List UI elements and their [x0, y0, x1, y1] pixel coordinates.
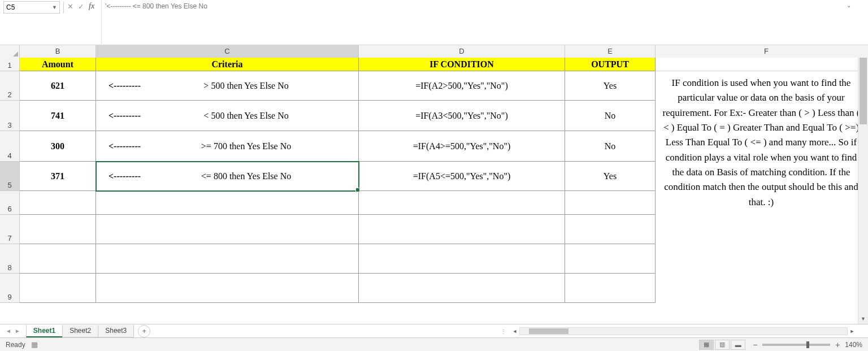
sheet-tab-sheet1[interactable]: Sheet1	[26, 325, 63, 337]
row-header-1[interactable]: 1	[0, 58, 19, 71]
cell-E1[interactable]: OUTPUT	[565, 58, 656, 71]
cell-C3[interactable]: <---------< 500 then Yes Else No	[96, 101, 359, 131]
row-header-8[interactable]: 8	[0, 244, 19, 274]
cell-C5[interactable]: <---------<= 800 then Yes Else No	[96, 162, 359, 191]
row-header-9[interactable]: 9	[0, 274, 19, 303]
formula-text: '<--------- <= 800 then Yes Else No	[105, 2, 207, 10]
cell-C7[interactable]	[96, 215, 359, 244]
cell-C4[interactable]: <--------->= 700 then Yes Else No	[96, 131, 359, 162]
cell-B3[interactable]: 741	[20, 101, 96, 131]
cell-B9[interactable]	[20, 274, 96, 303]
cell-E9[interactable]	[565, 274, 656, 303]
page-break-view-button[interactable]: ▬	[731, 340, 745, 350]
expand-formula-icon[interactable]: ⌄	[847, 2, 851, 8]
row-headers: 123456789	[0, 58, 20, 303]
cancel-formula-icon[interactable]: ✕	[67, 2, 73, 11]
cell-C8[interactable]	[96, 244, 359, 274]
sheet-tabs: Sheet1Sheet2Sheet3	[26, 325, 133, 337]
zoom-out-button[interactable]: −	[751, 340, 759, 349]
vertical-scrollbar[interactable]: ▲ ▼	[858, 45, 868, 324]
tab-prev-icon[interactable]: ◄	[6, 328, 11, 334]
scroll-down-icon[interactable]: ▼	[858, 314, 868, 324]
view-buttons: ▦ ▥ ▬	[699, 340, 745, 350]
row-header-7[interactable]: 7	[0, 215, 19, 244]
cell-B2[interactable]: 621	[20, 71, 96, 101]
vscroll-thumb[interactable]	[860, 57, 867, 124]
cell-B4[interactable]: 300	[20, 131, 96, 162]
chevron-down-icon[interactable]: ▼	[52, 5, 57, 10]
col-header-d[interactable]: D	[359, 45, 565, 58]
macro-record-icon[interactable]: ▦	[31, 340, 38, 349]
cell-B1[interactable]: Amount	[20, 58, 96, 71]
scroll-right-icon[interactable]: ►	[848, 328, 857, 334]
scroll-left-icon[interactable]: ◄	[510, 328, 519, 334]
sheet-tabs-bar: ◄ ► Sheet1Sheet2Sheet3 + ⋮ ◄ ►	[0, 324, 868, 337]
column-headers: B C D E F	[0, 45, 868, 58]
cell-B7[interactable]	[20, 215, 96, 244]
spreadsheet-grid: B C D E F 123456789 AmountCriteriaIF CON…	[0, 45, 868, 324]
row-header-4[interactable]: 4	[0, 131, 19, 162]
hscroll-grip-icon[interactable]: ⋮	[497, 328, 510, 335]
tab-nav: ◄ ►	[0, 328, 26, 334]
col-header-c[interactable]: C	[96, 45, 359, 58]
cell-B8[interactable]	[20, 244, 96, 274]
cell-E5[interactable]: Yes	[565, 162, 656, 191]
cell-D2[interactable]: =IF(A2>500,"Yes","No")	[359, 71, 565, 101]
cell-D5[interactable]: =IF(A5<=500,"Yes","No")	[359, 162, 565, 191]
cell-F2-note[interactable]: IF condition is used when you want to fi…	[656, 71, 867, 324]
horizontal-scrollbar[interactable]: ⋮ ◄ ►	[497, 326, 857, 336]
cell-D6[interactable]	[359, 191, 565, 215]
cell-D8[interactable]	[359, 244, 565, 274]
cell-D1[interactable]: IF CONDITION	[359, 58, 565, 71]
hscroll-track[interactable]	[519, 327, 848, 335]
cell-E4[interactable]: No	[565, 131, 656, 162]
cell-D7[interactable]	[359, 215, 565, 244]
cell-C1[interactable]: Criteria	[96, 58, 359, 71]
select-all-corner[interactable]	[0, 45, 20, 58]
row-header-5[interactable]: 5	[0, 162, 19, 191]
add-sheet-button[interactable]: +	[138, 325, 150, 337]
name-box[interactable]: C5 ▼	[3, 1, 60, 14]
cell-E3[interactable]: No	[565, 101, 656, 131]
zoom-handle[interactable]	[806, 341, 809, 348]
zoom-slider[interactable]	[762, 344, 830, 346]
col-header-e[interactable]: E	[565, 45, 656, 58]
cell-D3[interactable]: =IF(A3<500,"Yes","No")	[359, 101, 565, 131]
cell-E6[interactable]	[565, 191, 656, 215]
formula-input[interactable]: '<--------- <= 800 then Yes Else No ⌄	[101, 0, 854, 45]
divider	[63, 2, 64, 13]
formula-bar: C5 ▼ ✕ ✓ fx '<--------- <= 800 then Yes …	[0, 0, 868, 45]
row-header-3[interactable]: 3	[0, 101, 19, 131]
zoom-control: − + 140%	[751, 340, 862, 349]
accept-formula-icon[interactable]: ✓	[78, 2, 84, 11]
cell-C2[interactable]: <---------> 500 then Yes Else No	[96, 71, 359, 101]
cell-C6[interactable]	[96, 191, 359, 215]
sheet-tab-sheet3[interactable]: Sheet3	[98, 325, 134, 337]
cell-E7[interactable]	[565, 215, 656, 244]
status-ready: Ready	[6, 341, 25, 349]
sheet-tab-sheet2[interactable]: Sheet2	[62, 325, 98, 337]
cell-D4[interactable]: =IF(A4>=500,"Yes","No")	[359, 131, 565, 162]
cell-E2[interactable]: Yes	[565, 71, 656, 101]
col-header-f[interactable]: F	[656, 45, 868, 58]
page-layout-view-button[interactable]: ▥	[715, 340, 730, 350]
name-box-value: C5	[6, 3, 52, 11]
col-header-b[interactable]: B	[20, 45, 96, 58]
zoom-in-button[interactable]: +	[834, 340, 841, 349]
hscroll-thumb[interactable]	[529, 328, 568, 334]
fx-icon[interactable]: fx	[89, 2, 94, 11]
zoom-level: 140%	[845, 341, 862, 349]
cell-E8[interactable]	[565, 244, 656, 274]
row-header-6[interactable]: 6	[0, 191, 19, 215]
tab-next-icon[interactable]: ►	[15, 328, 20, 334]
row-header-2[interactable]: 2	[0, 71, 19, 101]
cell-B6[interactable]	[20, 191, 96, 215]
cell-B5[interactable]: 371	[20, 162, 96, 191]
status-bar: Ready ▦ ▦ ▥ ▬ − + 140%	[0, 337, 868, 351]
cell-F1[interactable]	[656, 58, 867, 71]
normal-view-button[interactable]: ▦	[699, 340, 714, 350]
cell-C9[interactable]	[96, 274, 359, 303]
cell-D9[interactable]	[359, 274, 565, 303]
